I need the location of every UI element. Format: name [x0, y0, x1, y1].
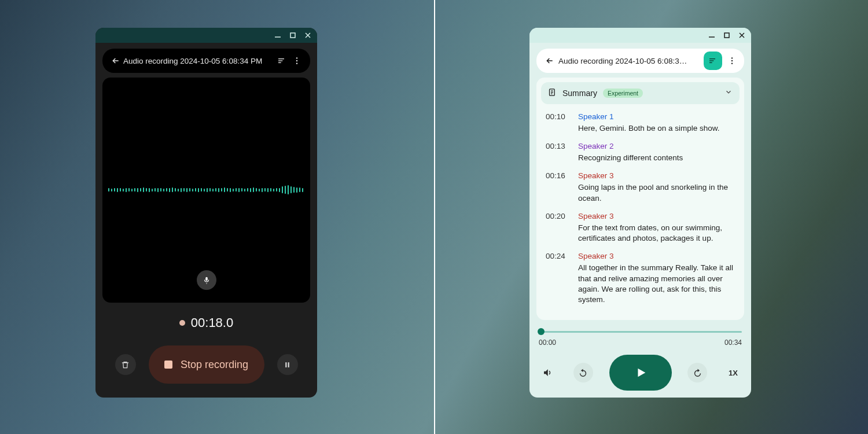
volume-button[interactable] — [538, 363, 557, 382]
recorder-controls: Stop recording — [95, 345, 317, 384]
stop-label: Stop recording — [181, 359, 248, 371]
record-indicator-icon — [179, 320, 185, 326]
list-icon[interactable] — [274, 56, 289, 65]
delete-button[interactable] — [115, 354, 136, 375]
stop-recording-button[interactable]: Stop recording — [149, 345, 264, 384]
stop-icon — [164, 361, 172, 369]
back-icon[interactable] — [542, 56, 557, 65]
transcript-row[interactable]: 00:10Speaker 1Here, Gemini. Both be on a… — [546, 112, 735, 134]
transcript-row[interactable]: 00:24Speaker 3All together in the summar… — [546, 252, 735, 305]
title-bar — [529, 28, 751, 43]
seek-bar[interactable] — [539, 327, 742, 336]
play-button[interactable] — [609, 355, 672, 391]
transcript-time: 00:24 — [546, 252, 567, 305]
experiment-badge: Experiment — [603, 89, 643, 98]
transcript-button[interactable] — [704, 52, 722, 70]
svg-rect-10 — [285, 362, 286, 367]
mic-button[interactable] — [197, 270, 216, 290]
chevron-down-icon — [724, 88, 733, 98]
app-header: Audio recording 2024-10-05 6:08:3… — [536, 49, 744, 73]
summary-toggle[interactable]: Summary Experiment — [541, 82, 740, 104]
svg-rect-5 — [278, 60, 282, 61]
rewind-button[interactable] — [573, 363, 593, 382]
pause-button[interactable] — [277, 354, 298, 375]
playback-window: Audio recording 2024-10-05 6:08:3… Summa… — [529, 28, 751, 398]
svg-rect-6 — [278, 62, 281, 63]
transcript-time: 00:13 — [546, 142, 567, 163]
timer-row: 00:18.0 — [95, 315, 317, 330]
svg-rect-4 — [278, 58, 284, 59]
speed-button[interactable]: 1X — [723, 369, 743, 377]
maximize-icon[interactable] — [723, 32, 730, 39]
transcript-time: 00:10 — [546, 112, 567, 134]
maximize-icon[interactable] — [289, 32, 296, 39]
forward-button[interactable] — [687, 363, 707, 382]
svg-rect-17 — [709, 60, 713, 61]
svg-point-21 — [731, 62, 733, 64]
transcript-time: 00:16 — [546, 171, 567, 203]
transcript-text: All together in the summary Really. Take… — [578, 263, 735, 305]
minimize-icon[interactable] — [708, 32, 715, 39]
app-header: Audio recording 2024-10-05 6:08:34 PM — [102, 49, 310, 73]
close-icon[interactable] — [738, 32, 745, 39]
svg-rect-11 — [288, 362, 289, 367]
svg-point-8 — [296, 60, 297, 61]
svg-rect-18 — [709, 62, 712, 63]
transcript-row[interactable]: 00:16Speaker 3Going laps in the pool and… — [546, 171, 735, 203]
transcript-text: For the text from dates, on our swimming… — [578, 223, 735, 244]
transcript-list: 00:10Speaker 1Here, Gemini. Both be on a… — [536, 104, 744, 315]
svg-point-9 — [296, 62, 297, 64]
transcript-speaker: Speaker 3 — [578, 212, 735, 220]
total-time: 00:34 — [724, 339, 742, 347]
svg-point-19 — [731, 57, 733, 58]
transcript-speaker: Speaker 3 — [578, 171, 735, 180]
transcript-row[interactable]: 00:20Speaker 3For the text from dates, o… — [546, 212, 735, 244]
transcript-time: 00:20 — [546, 212, 567, 244]
seek-thumb[interactable] — [538, 328, 545, 335]
recording-title: Audio recording 2024-10-05 6:08:34 PM — [123, 57, 274, 65]
seek-times: 00:00 00:34 — [539, 339, 742, 347]
transcript-text: Here, Gemini. Both be on a simple show. — [578, 123, 735, 134]
transcript-speaker: Speaker 2 — [578, 142, 735, 150]
svg-rect-16 — [709, 58, 715, 59]
recording-title: Audio recording 2024-10-05 6:08:3… — [558, 57, 703, 65]
current-time: 00:00 — [539, 339, 556, 347]
player-controls: 00:00 00:34 1X — [536, 323, 744, 391]
transcript-speaker: Speaker 1 — [578, 112, 735, 121]
minimize-icon[interactable] — [274, 32, 281, 39]
svg-point-7 — [296, 57, 297, 58]
close-icon[interactable] — [304, 32, 311, 39]
transcript-card: Summary Experiment 00:10Speaker 1Here, G… — [536, 78, 744, 320]
recorder-window: Audio recording 2024-10-05 6:08:34 PM 00… — [95, 28, 317, 398]
summary-label: Summary — [562, 89, 597, 98]
svg-rect-1 — [290, 33, 295, 38]
summary-icon — [548, 88, 557, 99]
transcript-speaker: Speaker 3 — [578, 252, 735, 260]
svg-point-20 — [731, 60, 733, 61]
more-icon[interactable] — [726, 56, 738, 65]
panel-divider — [434, 0, 435, 434]
waveform — [102, 183, 310, 197]
transcript-text: Recognizing different contents — [578, 153, 735, 163]
transcript-text: Going laps in the pool and snorkeling in… — [578, 182, 735, 203]
back-icon[interactable] — [108, 56, 123, 65]
waveform-panel — [102, 78, 310, 303]
timer-value: 00:18.0 — [191, 315, 233, 330]
svg-rect-13 — [724, 33, 729, 38]
transcript-row[interactable]: 00:13Speaker 2Recognizing different cont… — [546, 142, 735, 163]
title-bar — [95, 28, 317, 43]
more-icon[interactable] — [289, 56, 304, 65]
